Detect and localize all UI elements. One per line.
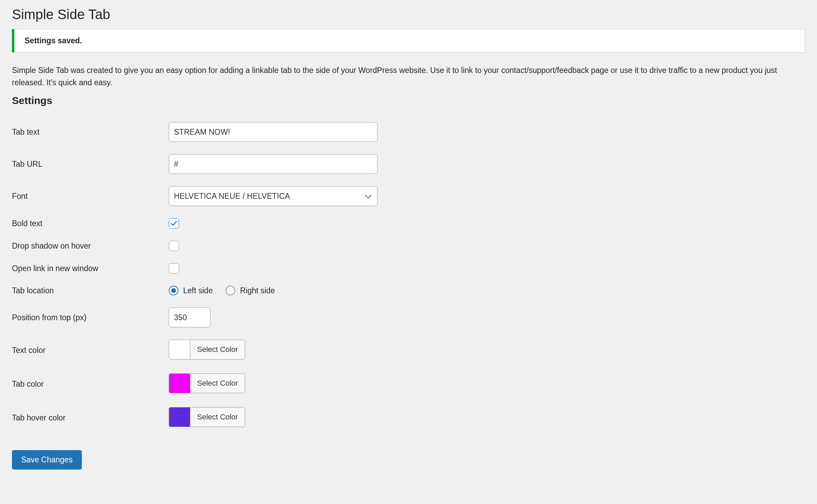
left-side-label: Left side [183, 286, 213, 295]
settings-table: Tab text Tab URL Font HELVETICA NEUE / H… [12, 116, 805, 435]
tab-hover-color-label: Tab hover color [12, 401, 169, 435]
bold-text-label: Bold text [12, 212, 169, 235]
text-color-swatch [169, 340, 190, 359]
tab-hover-color-swatch [169, 407, 190, 427]
position-top-input[interactable] [169, 308, 210, 327]
tab-url-label: Tab URL [12, 148, 169, 180]
tab-color-swatch [169, 374, 190, 393]
new-window-checkbox[interactable] [169, 263, 179, 273]
bold-text-checkbox[interactable] [169, 218, 179, 228]
tab-url-input[interactable] [169, 154, 377, 174]
tab-text-label: Tab text [12, 116, 169, 148]
drop-shadow-checkbox[interactable] [169, 241, 179, 251]
radio-icon [226, 286, 235, 295]
text-color-button[interactable]: Select Color [190, 340, 245, 359]
text-color-label: Text color [12, 333, 169, 367]
radio-icon [169, 286, 178, 295]
font-select[interactable]: HELVETICA NEUE / HELVETICA [169, 186, 377, 206]
page-title: Simple Side Tab [12, 0, 805, 29]
new-window-label: Open link in new window [12, 257, 169, 280]
tab-hover-color-picker[interactable]: Select Color [169, 407, 245, 427]
plugin-description: Simple Side Tab was created to give you … [12, 64, 805, 89]
drop-shadow-label: Drop shadow on hover [12, 235, 169, 257]
tab-location-left[interactable]: Left side [169, 286, 213, 295]
font-label: Font [12, 180, 169, 212]
tab-text-input[interactable] [169, 122, 377, 142]
settings-heading: Settings [12, 95, 805, 106]
tab-hover-color-button[interactable]: Select Color [190, 407, 245, 427]
text-color-picker[interactable]: Select Color [169, 340, 245, 359]
tab-location-group: Left side Right side [169, 286, 805, 295]
tab-location-label: Tab location [12, 280, 169, 301]
tab-location-right[interactable]: Right side [226, 286, 275, 295]
tab-color-label: Tab color [12, 367, 169, 401]
position-top-label: Position from top (px) [12, 301, 169, 333]
save-changes-button[interactable]: Save Changes [12, 450, 82, 470]
right-side-label: Right side [240, 286, 275, 295]
tab-color-button[interactable]: Select Color [190, 374, 245, 393]
check-icon [170, 220, 178, 227]
notice-message: Settings saved. [25, 36, 794, 45]
submit-row: Save Changes [12, 450, 805, 470]
notice-success: Settings saved. [12, 29, 805, 53]
tab-color-picker[interactable]: Select Color [169, 373, 245, 393]
